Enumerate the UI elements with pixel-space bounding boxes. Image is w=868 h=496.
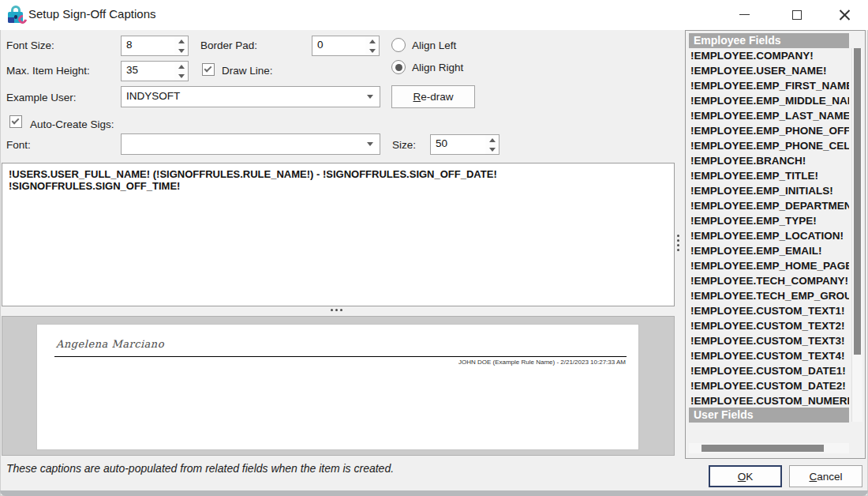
size-label: Size: bbox=[392, 139, 416, 151]
setup-signoff-captions-dialog: Setup Sign-Off Captions Font Size: Borde… bbox=[0, 0, 868, 496]
align-right-label[interactable]: Align Right bbox=[412, 62, 463, 73]
chevron-down-icon bbox=[367, 95, 373, 99]
max-item-height-input[interactable]: 35 bbox=[121, 61, 189, 81]
ok-button[interactable]: OK bbox=[709, 465, 782, 487]
horizontal-scrollbar-thumb[interactable] bbox=[702, 445, 824, 452]
app-lock-logo-icon bbox=[8, 5, 28, 25]
field-list-item[interactable]: !EMPLOYEE.CUSTOM_TEXT3! bbox=[689, 333, 849, 348]
font-label: Font: bbox=[6, 139, 31, 151]
border-pad-spin-up[interactable] bbox=[365, 36, 379, 46]
size-spin-down[interactable] bbox=[485, 145, 499, 154]
field-list-item[interactable]: !EMPLOYEE.CUSTOM_TEXT4! bbox=[689, 348, 849, 363]
window-title: Setup Sign-Off Captions bbox=[28, 7, 155, 21]
spin-up-icon bbox=[369, 39, 376, 43]
close-icon bbox=[839, 9, 851, 21]
field-list-item[interactable]: !EMPLOYEE.BRANCH! bbox=[689, 153, 849, 168]
preview-caption: JOHN DOE (Example Rule Name) - 2/21/2023… bbox=[458, 359, 626, 366]
field-list-item[interactable]: !EMPLOYEE.CUSTOM_DATE2! bbox=[689, 378, 849, 393]
field-list-item[interactable]: !EMPLOYEE.CUSTOM_TEXT1! bbox=[689, 303, 849, 318]
max-item-height-label: Max. Item Height: bbox=[6, 65, 90, 77]
fields-panel: Employee Fields !EMPLOYEE.COMPANY!!EMPLO… bbox=[685, 30, 866, 459]
field-list-item[interactable]: !EMPLOYEE.CUSTOM_NUMERIC1! bbox=[689, 393, 849, 408]
border-pad-input[interactable]: 0 bbox=[312, 36, 380, 56]
caption-template-input[interactable]: !USERS.USER_FULL_NAME! (!SIGNOFFRULES.RU… bbox=[2, 163, 675, 306]
field-list-item[interactable]: !EMPLOYEE.EMP_TITLE! bbox=[689, 168, 849, 183]
redraw-button[interactable]: Re-draw bbox=[391, 85, 475, 108]
vertical-scrollbar[interactable] bbox=[851, 48, 862, 422]
field-list-item[interactable]: !EMPLOYEE.EMP_HOME_PAGE! bbox=[689, 258, 849, 273]
field-list-item[interactable]: !EMPLOYEE.EMP_FIRST_NAME! bbox=[689, 78, 849, 93]
field-list-item[interactable]: !EMPLOYEE.USER_NAME! bbox=[689, 63, 849, 78]
spin-up-icon bbox=[178, 65, 185, 69]
font-size-spin-down[interactable] bbox=[174, 46, 188, 55]
size-spin-up[interactable] bbox=[485, 135, 499, 145]
spin-down-icon bbox=[178, 49, 185, 53]
field-list-item[interactable]: !EMPLOYEE.EMP_TYPE! bbox=[689, 213, 849, 228]
draw-line-checkbox[interactable] bbox=[202, 63, 215, 76]
font-size-input[interactable]: 8 bbox=[121, 36, 189, 56]
max-item-height-spin-up[interactable] bbox=[174, 62, 188, 71]
align-right-radio[interactable] bbox=[391, 60, 406, 74]
auto-create-sigs-checkbox[interactable] bbox=[9, 115, 22, 128]
field-list-item[interactable]: !EMPLOYEE.EMP_MIDDLE_NAME! bbox=[689, 93, 849, 108]
border-pad-label: Border Pad: bbox=[200, 39, 257, 51]
minimize-icon bbox=[739, 14, 750, 15]
field-list-item[interactable]: !EMPLOYEE.TECH_EMP_GROUP! bbox=[689, 288, 849, 303]
horizontal-scrollbar[interactable] bbox=[689, 443, 849, 453]
font-size-label: Font Size: bbox=[6, 39, 54, 51]
title-bar: Setup Sign-Off Captions bbox=[0, 0, 868, 30]
font-size-spin-up[interactable] bbox=[174, 36, 188, 46]
maximize-button[interactable] bbox=[779, 0, 815, 29]
draw-line-label: Draw Line: bbox=[222, 65, 273, 77]
signature-preview-panel: Angelena Marciano JOHN DOE (Example Rule… bbox=[2, 316, 675, 456]
spin-down-icon bbox=[369, 49, 376, 53]
employee-field-list: !EMPLOYEE.COMPANY!!EMPLOYEE.USER_NAME!!E… bbox=[689, 48, 849, 422]
spin-down-icon bbox=[178, 74, 185, 78]
close-button[interactable] bbox=[826, 0, 862, 29]
user-fields-header[interactable]: User Fields bbox=[689, 408, 849, 423]
minimize-button[interactable] bbox=[726, 0, 762, 29]
vertical-scrollbar-thumb[interactable] bbox=[854, 48, 861, 355]
window-bottom-edge bbox=[0, 490, 868, 496]
chevron-down-icon bbox=[367, 142, 373, 146]
auto-create-sigs-label: Auto-Create Sigs: bbox=[30, 118, 114, 130]
spin-up-icon bbox=[178, 39, 185, 43]
align-left-radio[interactable] bbox=[391, 38, 406, 52]
field-list-item[interactable]: !EMPLOYEE.TECH_COMPANY! bbox=[689, 273, 849, 288]
horizontal-splitter-handle[interactable] bbox=[331, 309, 342, 311]
font-dropdown[interactable] bbox=[121, 133, 380, 155]
employee-fields-header[interactable]: Employee Fields bbox=[689, 33, 849, 48]
max-item-height-spin-down[interactable] bbox=[174, 71, 188, 81]
vertical-splitter-handle[interactable] bbox=[677, 235, 679, 251]
signature-line bbox=[54, 356, 627, 357]
field-list-item[interactable]: !EMPLOYEE.EMP_PHONE_OFFICE! bbox=[689, 123, 849, 138]
check-icon bbox=[204, 65, 212, 73]
example-user-label: Example User: bbox=[6, 92, 77, 103]
maximize-icon bbox=[792, 10, 802, 20]
align-left-label[interactable]: Align Left bbox=[412, 39, 456, 51]
spin-down-icon bbox=[489, 148, 496, 152]
field-list-item[interactable]: !EMPLOYEE.CUSTOM_TEXT2! bbox=[689, 318, 849, 333]
field-list-item[interactable]: !EMPLOYEE.EMP_LOCATION! bbox=[689, 228, 849, 243]
field-list-item[interactable]: !EMPLOYEE.EMP_DEPARTMENT! bbox=[689, 198, 849, 213]
preview-page: Angelena Marciano JOHN DOE (Example Rule… bbox=[36, 324, 639, 450]
radio-dot-icon bbox=[395, 64, 402, 71]
cancel-button[interactable]: Cancel bbox=[789, 465, 862, 487]
field-list-item[interactable]: !EMPLOYEE.EMP_INITIALS! bbox=[689, 183, 849, 198]
field-list-item[interactable]: !EMPLOYEE.COMPANY! bbox=[689, 48, 849, 63]
preview-signature: Angelena Marciano bbox=[56, 338, 164, 350]
field-list-item[interactable]: !EMPLOYEE.CUSTOM_DATE1! bbox=[689, 363, 849, 378]
border-pad-spin-down[interactable] bbox=[365, 46, 379, 55]
size-input[interactable]: 50 bbox=[430, 134, 499, 155]
example-user-dropdown[interactable]: INDYSOFT bbox=[121, 86, 380, 107]
footer-note: These captions are auto-populated from r… bbox=[6, 462, 394, 475]
check-icon bbox=[12, 117, 20, 125]
field-list-item[interactable]: !EMPLOYEE.EMP_LAST_NAME! bbox=[689, 108, 849, 123]
spin-up-icon bbox=[489, 138, 496, 142]
field-list-item[interactable]: !EMPLOYEE.EMP_EMAIL! bbox=[689, 243, 849, 258]
field-list-item[interactable]: !EMPLOYEE.EMP_PHONE_CELL! bbox=[689, 138, 849, 153]
